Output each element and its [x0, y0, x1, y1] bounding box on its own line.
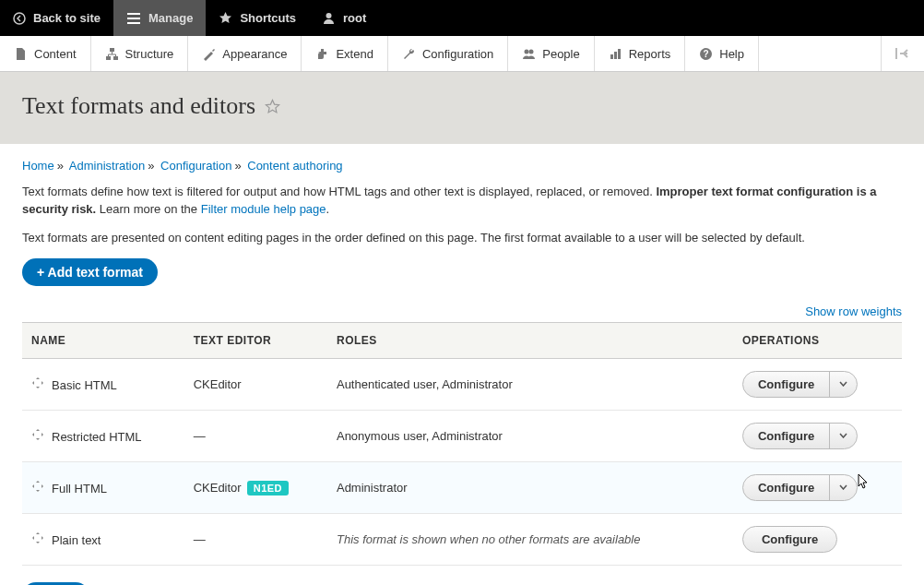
help-icon: ?	[699, 47, 713, 61]
svg-text:?: ?	[704, 49, 709, 59]
col-ops: Operations	[733, 322, 902, 358]
col-name: Name	[22, 322, 184, 358]
menu-configuration[interactable]: Configuration	[388, 36, 508, 71]
show-row-weights: Show row weights	[22, 304, 902, 318]
show-row-weights-link[interactable]: Show row weights	[805, 304, 902, 318]
star-icon	[219, 11, 232, 25]
configure-button[interactable]: Configure	[742, 526, 837, 553]
format-name: Plain text	[52, 533, 101, 547]
collapse-menu-button[interactable]	[881, 36, 924, 71]
breadcrumb-authoring[interactable]: Content authoring	[247, 159, 342, 173]
people-icon	[522, 47, 536, 61]
admin-menu: Content Structure Appearance Extend Conf…	[0, 36, 924, 72]
svg-point-5	[525, 49, 529, 54]
format-name: Restricted HTML	[52, 430, 142, 444]
svg-rect-3	[106, 56, 111, 60]
hamburger-icon	[126, 12, 141, 25]
table-row: Plain text—This format is shown when no …	[22, 513, 902, 565]
breadcrumb: Home» Administration» Configuration» Con…	[22, 159, 902, 173]
manage-button[interactable]: Manage	[113, 0, 206, 36]
collapse-icon	[894, 47, 911, 60]
favorite-star-icon[interactable]	[265, 99, 280, 114]
svg-rect-7	[610, 54, 613, 59]
menu-help[interactable]: ?Help	[685, 36, 759, 71]
table-row: Restricted HTML—Anonymous user, Administ…	[22, 410, 902, 461]
back-arrow-icon	[13, 12, 26, 25]
format-name: Basic HTML	[52, 378, 117, 392]
dropdown-caret-icon[interactable]	[829, 424, 857, 448]
table-row: Full HTMLCKEditorN1EDAdministratorConfig…	[22, 461, 902, 513]
structure-icon	[105, 47, 119, 61]
svg-rect-4	[113, 56, 118, 60]
roles-text: Authenticated user, Administrator	[327, 358, 733, 410]
menu-extend[interactable]: Extend	[302, 36, 387, 71]
roles-text: Anonymous user, Administrator	[327, 410, 733, 461]
table-row: Basic HTMLCKEditorAuthenticated user, Ad…	[22, 358, 902, 410]
user-icon	[322, 11, 336, 25]
configure-button[interactable]: Configure	[742, 423, 858, 449]
col-roles: Roles	[327, 322, 733, 358]
breadcrumb-home[interactable]: Home	[22, 159, 54, 173]
user-menu-button[interactable]: root	[309, 0, 379, 36]
menu-structure[interactable]: Structure	[91, 36, 189, 71]
description-2: Text formats are presented on content ed…	[22, 230, 902, 247]
breadcrumb-config[interactable]: Configuration	[160, 159, 231, 173]
svg-rect-2	[110, 48, 114, 52]
reports-icon	[609, 47, 622, 61]
drag-handle-icon[interactable]	[31, 428, 44, 441]
configure-label: Configure	[743, 424, 829, 448]
configure-button[interactable]: Configure	[742, 474, 858, 501]
drag-handle-icon[interactable]	[31, 531, 44, 544]
configure-button[interactable]: Configure	[742, 371, 858, 398]
shortcuts-label: Shortcuts	[240, 11, 296, 25]
menu-reports[interactable]: Reports	[595, 36, 686, 71]
svg-rect-9	[618, 49, 621, 59]
svg-point-0	[14, 13, 25, 24]
breadcrumb-admin[interactable]: Administration	[69, 159, 145, 173]
document-icon	[14, 47, 28, 61]
formats-table: Name Text Editor Roles Operations Basic …	[22, 322, 902, 566]
description-1: Text formats define how text is filtered…	[22, 184, 902, 219]
menu-people[interactable]: People	[508, 36, 594, 71]
shortcuts-button[interactable]: Shortcuts	[206, 0, 309, 36]
menu-appearance[interactable]: Appearance	[188, 36, 302, 71]
editor-badge: N1ED	[247, 481, 289, 495]
wrench-icon	[402, 47, 416, 61]
drag-handle-icon[interactable]	[31, 480, 44, 493]
configure-label: Configure	[743, 475, 829, 500]
main-content: Home» Administration» Configuration» Con…	[0, 144, 924, 585]
appearance-icon	[202, 47, 216, 61]
admin-toolbar: Back to site Manage Shortcuts root	[0, 0, 924, 36]
extend-icon	[315, 47, 329, 61]
page-header: Text formats and editors	[0, 72, 924, 144]
save-button[interactable]: Save	[22, 582, 89, 585]
dropdown-caret-icon[interactable]	[829, 475, 857, 500]
filter-help-link[interactable]: Filter module help page	[201, 202, 326, 216]
col-editor: Text Editor	[184, 322, 327, 358]
dropdown-caret-icon[interactable]	[829, 372, 857, 397]
back-label: Back to site	[33, 11, 101, 25]
svg-point-1	[326, 13, 332, 18]
user-label: root	[343, 11, 366, 25]
svg-point-6	[529, 49, 534, 54]
editor-name: CKEditor	[194, 377, 242, 391]
page-title: Text formats and editors	[22, 92, 902, 120]
configure-label: Configure	[743, 372, 829, 397]
format-name: Full HTML	[52, 482, 107, 495]
roles-text: This format is shown when no other forma…	[327, 513, 733, 565]
manage-label: Manage	[148, 11, 193, 25]
configure-label: Configure	[743, 527, 836, 552]
add-text-format-button[interactable]: + Add text format	[22, 258, 158, 286]
editor-name: CKEditor	[194, 481, 242, 495]
menu-content[interactable]: Content	[0, 36, 91, 71]
roles-text: Administrator	[327, 461, 733, 513]
drag-handle-icon[interactable]	[31, 376, 44, 389]
svg-rect-8	[614, 52, 617, 59]
editor-name: —	[194, 532, 206, 546]
back-to-site-button[interactable]: Back to site	[0, 0, 113, 36]
editor-name: —	[194, 429, 206, 443]
